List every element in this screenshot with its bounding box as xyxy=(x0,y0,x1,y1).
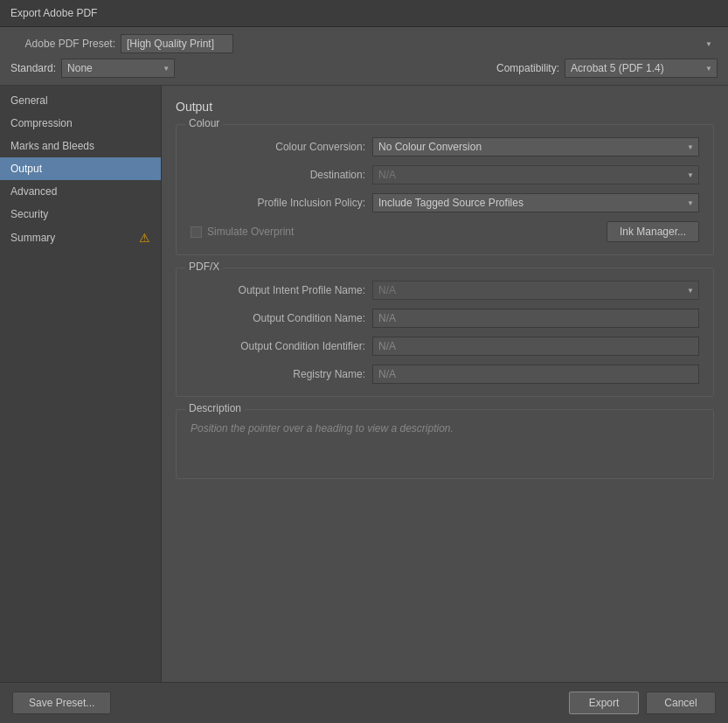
ink-manager-button[interactable]: Ink Manager... xyxy=(607,221,699,242)
colour-conversion-row: Colour Conversion: No Colour Conversion xyxy=(191,137,699,156)
standard-select[interactable]: None xyxy=(61,59,175,78)
simulate-left: Simulate Overprint xyxy=(191,226,294,238)
standard-label: Standard: xyxy=(10,62,56,74)
output-condition-name-value: N/A xyxy=(372,309,699,328)
simulate-overprint-checkbox xyxy=(191,226,202,238)
output-intent-wrapper: N/A xyxy=(372,281,699,300)
compat-label: Compatibility: xyxy=(496,62,559,74)
compat-group: Compatibility: Acrobat 5 (PDF 1.4) xyxy=(496,59,718,78)
sidebar-item-marks-bleeds[interactable]: Marks and Bleeds xyxy=(0,135,161,157)
sidebar-item-advanced[interactable]: Advanced xyxy=(0,180,161,203)
warning-icon: ⚠ xyxy=(139,231,150,245)
sidebar-item-compression-label: Compression xyxy=(10,117,73,129)
output-intent-select: N/A xyxy=(372,281,699,300)
simulate-overprint-label: Simulate Overprint xyxy=(207,226,294,238)
simulate-row: Simulate Overprint Ink Manager... xyxy=(191,221,699,242)
output-intent-label: Output Intent Profile Name: xyxy=(191,284,365,296)
output-intent-row: Output Intent Profile Name: N/A xyxy=(191,281,699,300)
output-condition-id-label: Output Condition Identifier: xyxy=(191,340,365,352)
sidebar-item-marks-bleeds-label: Marks and Bleeds xyxy=(10,140,94,152)
output-condition-name-row: Output Condition Name: N/A xyxy=(191,309,699,328)
sidebar-item-security-label: Security xyxy=(10,208,48,220)
destination-wrapper: N/A xyxy=(372,165,699,184)
sidebar-item-advanced-label: Advanced xyxy=(10,185,57,198)
colour-conversion-label: Colour Conversion: xyxy=(191,141,365,153)
save-preset-button[interactable]: Save Preset... xyxy=(12,692,111,714)
sidebar-item-security[interactable]: Security xyxy=(0,203,161,226)
description-group: Description Position the pointer over a … xyxy=(176,409,714,479)
standard-select-wrapper: None xyxy=(61,59,175,78)
cancel-button[interactable]: Cancel xyxy=(646,692,716,714)
top-bar: Adobe PDF Preset: [High Quality Print] S… xyxy=(0,27,728,86)
preset-row: Adobe PDF Preset: [High Quality Print] xyxy=(10,34,718,53)
description-text: Position the pointer over a heading to v… xyxy=(191,422,699,434)
output-condition-id-value: N/A xyxy=(372,337,699,356)
sidebar-item-output-label: Output xyxy=(10,163,42,175)
sidebar-item-compression[interactable]: Compression xyxy=(0,112,161,135)
output-condition-id-row: Output Condition Identifier: N/A xyxy=(191,337,699,356)
content-area: Output Colour Colour Conversion: No Colo… xyxy=(162,86,728,682)
dialog: Export Adobe PDF Adobe PDF Preset: [High… xyxy=(0,0,728,723)
colour-group-label: Colour xyxy=(185,117,223,129)
compat-select-wrapper: Acrobat 5 (PDF 1.4) xyxy=(565,59,718,78)
sidebar-item-general[interactable]: General xyxy=(0,89,161,112)
destination-label: Destination: xyxy=(191,169,365,181)
sidebar-item-summary-label: Summary xyxy=(10,232,55,244)
export-button[interactable]: Export xyxy=(569,692,639,714)
standard-group: Standard: None xyxy=(10,59,175,78)
destination-select: N/A xyxy=(372,165,699,184)
registry-name-value: N/A xyxy=(372,365,699,384)
title-bar: Export Adobe PDF xyxy=(0,0,728,27)
colour-conversion-wrapper: No Colour Conversion xyxy=(372,137,699,156)
sidebar: General Compression Marks and Bleeds Out… xyxy=(0,86,162,682)
standard-compat-row: Standard: None Compatibility: Acrobat 5 … xyxy=(10,59,718,78)
profile-inclusion-row: Profile Inclusion Policy: Include Tagged… xyxy=(191,193,699,212)
description-group-label: Description xyxy=(185,402,245,414)
sidebar-item-output[interactable]: Output xyxy=(0,157,161,180)
registry-name-label: Registry Name: xyxy=(191,368,365,380)
profile-inclusion-label: Profile Inclusion Policy: xyxy=(191,197,365,209)
pdfx-group-label: PDF/X xyxy=(185,261,223,273)
preset-select[interactable]: [High Quality Print] xyxy=(121,34,233,53)
colour-group: Colour Colour Conversion: No Colour Conv… xyxy=(176,124,714,255)
compat-select[interactable]: Acrobat 5 (PDF 1.4) xyxy=(565,59,718,78)
output-condition-name-label: Output Condition Name: xyxy=(191,312,365,324)
colour-conversion-select[interactable]: No Colour Conversion xyxy=(372,137,699,156)
bottom-right-buttons: Export Cancel xyxy=(569,692,716,714)
profile-inclusion-wrapper: Include Tagged Source Profiles xyxy=(372,193,699,212)
profile-inclusion-select[interactable]: Include Tagged Source Profiles xyxy=(372,193,699,212)
registry-name-row: Registry Name: N/A xyxy=(191,365,699,384)
sidebar-item-general-label: General xyxy=(10,94,48,107)
preset-label: Adobe PDF Preset: xyxy=(10,38,115,50)
bottom-bar: Save Preset... Export Cancel xyxy=(0,682,728,723)
section-title: Output xyxy=(176,100,714,114)
dialog-title: Export Adobe PDF xyxy=(10,7,97,19)
pdfx-group: PDF/X Output Intent Profile Name: N/A Ou… xyxy=(176,268,714,397)
destination-row: Destination: N/A xyxy=(191,165,699,184)
preset-select-wrapper: [High Quality Print] xyxy=(121,34,718,53)
sidebar-item-summary[interactable]: Summary ⚠ xyxy=(0,226,161,250)
main-content: General Compression Marks and Bleeds Out… xyxy=(0,86,728,682)
